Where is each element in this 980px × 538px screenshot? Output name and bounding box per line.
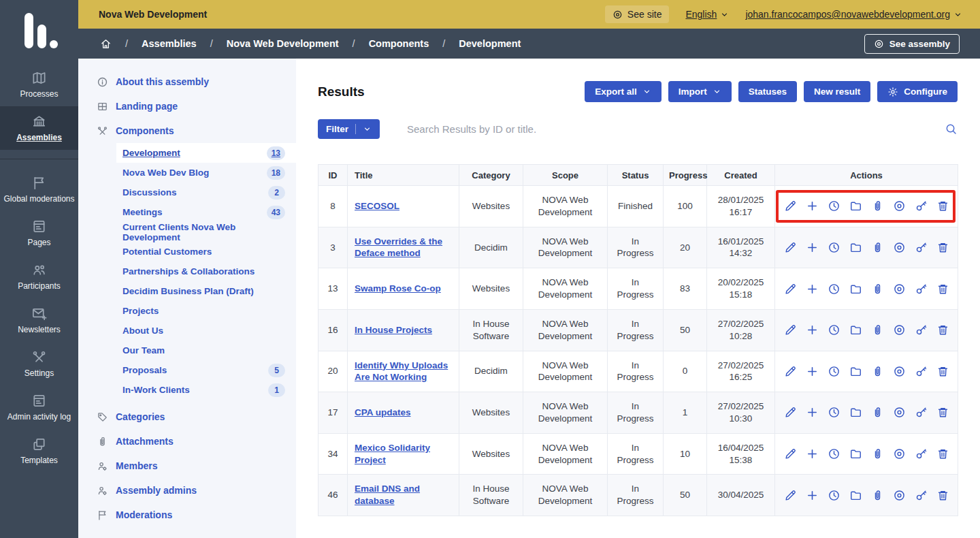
sidebar-item-assembly-admins[interactable]: Assembly admins [78,478,296,503]
action-attachments-icon[interactable] [871,447,884,460]
action-edit-icon[interactable] [784,406,797,419]
breadcrumb-item-nova-web-development[interactable]: Nova Web Development [227,38,339,49]
sidebar-item-in-work-clients[interactable]: In-Work Clients1 [116,380,296,400]
action-delete-icon[interactable] [936,241,949,254]
sidebar-item-potential-customers[interactable]: Potential Customers [116,242,296,262]
action-new-icon[interactable] [806,200,819,212]
rail-item-pages[interactable]: Pages [0,211,78,255]
action-attachments-icon[interactable] [871,200,884,212]
sidebar-item-discussions[interactable]: Discussions2 [116,183,296,202]
action-attachments-icon[interactable] [871,283,884,296]
action-permissions-icon[interactable] [915,365,928,378]
rail-item-participants[interactable]: Participants [0,255,78,298]
action-attachments-icon[interactable] [871,489,884,502]
action-preview-icon[interactable] [893,283,906,296]
action-history-icon[interactable] [828,489,840,502]
breadcrumb-item-development[interactable]: Development [459,38,521,49]
action-history-icon[interactable] [828,323,840,336]
result-title-link[interactable]: Email DNS and database [355,484,420,506]
sidebar-item-components[interactable]: Components [78,118,296,143]
result-title-link[interactable]: Identify Why Uploads Are Not Working [355,360,448,383]
see-site-button[interactable]: See site [605,5,670,23]
action-permissions-icon[interactable] [915,283,928,296]
action-history-icon[interactable] [828,365,840,378]
action-delete-icon[interactable] [936,406,949,419]
rail-item-templates[interactable]: Templates [0,429,78,473]
action-delete-icon[interactable] [936,323,949,336]
sidebar-item-nova-web-dev-blog[interactable]: Nova Web Dev Blog18 [116,163,296,183]
sidebar-item-proposals[interactable]: Proposals5 [116,360,296,380]
result-title-link[interactable]: Swamp Rose Co-op [355,283,441,294]
action-history-icon[interactable] [828,447,840,460]
sidebar-item-current-clients-nova-web-development[interactable]: Current Clients Nova Web Development [116,222,296,242]
action-history-icon[interactable] [828,200,840,212]
rail-item-processes[interactable]: Processes [0,63,78,106]
result-title-link[interactable]: Mexico Solidarity Project [355,443,430,465]
action-edit-icon[interactable] [784,365,797,378]
new-result-button[interactable]: New result [804,81,870,102]
result-title-link[interactable]: Use Overrides & the Deface method [355,236,442,259]
action-folder-icon[interactable] [849,489,862,502]
action-folder-icon[interactable] [849,241,862,254]
action-edit-icon[interactable] [784,447,797,460]
sidebar-item-moderations[interactable]: Moderations [78,503,296,527]
export-all-button[interactable]: Export all [585,81,662,102]
action-folder-icon[interactable] [849,200,862,212]
rail-item-newsletters[interactable]: Newsletters [0,298,78,342]
action-permissions-icon[interactable] [915,447,928,460]
rail-item-global-moderations[interactable]: Global moderations [0,168,78,211]
action-permissions-icon[interactable] [915,406,928,419]
action-folder-icon[interactable] [849,365,862,378]
action-preview-icon[interactable] [893,241,906,254]
result-title-link[interactable]: In House Projects [355,325,432,335]
action-permissions-icon[interactable] [915,489,928,502]
action-new-icon[interactable] [806,365,819,378]
action-preview-icon[interactable] [893,200,906,212]
action-delete-icon[interactable] [936,365,949,378]
action-preview-icon[interactable] [893,489,906,502]
action-folder-icon[interactable] [849,447,862,460]
search-input[interactable] [407,123,936,135]
action-attachments-icon[interactable] [871,406,884,419]
action-edit-icon[interactable] [784,489,797,502]
action-attachments-icon[interactable] [871,365,884,378]
sidebar-item-decidim-business-plan-draft[interactable]: Decidim Business Plan (Draft) [116,281,296,301]
action-edit-icon[interactable] [784,323,797,336]
result-title-link[interactable]: CPA updates [355,407,411,417]
action-delete-icon[interactable] [936,200,949,212]
action-history-icon[interactable] [828,241,840,254]
sidebar-item-meetings[interactable]: Meetings43 [116,202,296,222]
breadcrumb-item-assemblies[interactable]: Assemblies [142,38,197,49]
action-folder-icon[interactable] [849,406,862,419]
filter-button[interactable]: Filter [318,119,380,139]
sidebar-item-about-this-assembly[interactable]: About this assembly [78,69,296,94]
sidebar-item-landing-page[interactable]: Landing page [78,94,296,118]
action-delete-icon[interactable] [936,489,949,502]
home-icon[interactable] [100,38,112,50]
search-icon[interactable] [945,123,958,136]
action-delete-icon[interactable] [936,447,949,460]
sidebar-item-our-team[interactable]: Our Team [116,341,296,360]
action-new-icon[interactable] [806,241,819,254]
see-assembly-button[interactable]: See assembly [864,34,960,54]
action-edit-icon[interactable] [784,283,797,296]
language-dropdown[interactable]: English [685,9,729,20]
action-folder-icon[interactable] [849,283,862,296]
rail-item-admin-activity-log[interactable]: Admin activity log [0,385,78,429]
action-permissions-icon[interactable] [915,241,928,254]
action-permissions-icon[interactable] [915,200,928,212]
sidebar-item-about-us[interactable]: About Us [116,321,296,341]
action-edit-icon[interactable] [784,200,797,212]
action-history-icon[interactable] [828,283,840,296]
statuses-button[interactable]: Statuses [738,81,797,102]
action-new-icon[interactable] [806,406,819,419]
import-button[interactable]: Import [668,81,732,102]
action-new-icon[interactable] [806,489,819,502]
sidebar-item-attachments[interactable]: Attachments [78,429,296,454]
user-menu[interactable]: johan.francocampos@novawebdevelopment.or… [745,9,962,20]
rail-item-settings[interactable]: Settings [0,342,78,385]
breadcrumb-item-components[interactable]: Components [369,38,429,49]
action-new-icon[interactable] [806,283,819,296]
sidebar-item-development[interactable]: Development13 [116,143,296,163]
decidim-logo[interactable] [0,0,78,63]
